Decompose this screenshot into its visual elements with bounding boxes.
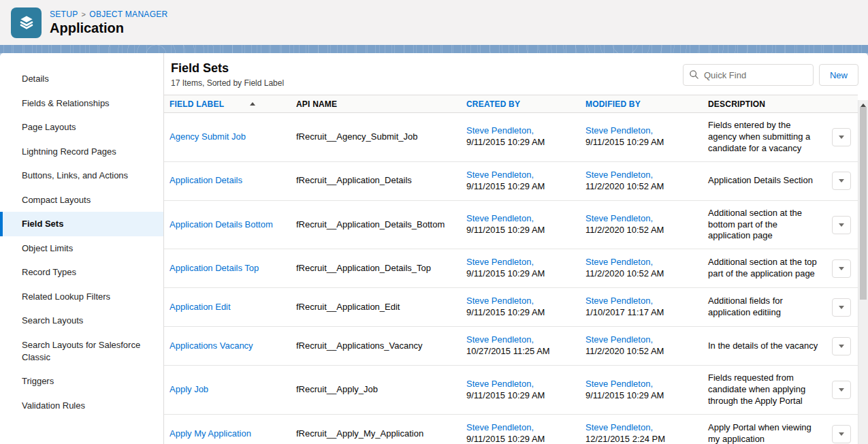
quick-find-input[interactable] xyxy=(683,64,814,86)
modified-by-link[interactable]: Steve Pendleton, xyxy=(585,334,701,346)
field-label-link[interactable]: Applications Vacancy xyxy=(170,340,253,351)
sidebar-item-search-layouts[interactable]: Search Layouts xyxy=(0,308,163,333)
modified-date: 11/2/2020 10:52 AM xyxy=(585,346,701,358)
row-actions-button[interactable] xyxy=(832,128,851,146)
row-actions-button[interactable] xyxy=(832,425,851,443)
field-label-link[interactable]: Application Details Top xyxy=(170,263,259,273)
modified-by-link[interactable]: Steve Pendleton, xyxy=(585,125,701,137)
sidebar-item-record-types[interactable]: Record Types xyxy=(0,260,163,285)
setup-background-band xyxy=(0,45,868,53)
row-actions-button[interactable] xyxy=(832,172,851,190)
created-by-link[interactable]: Steve Pendleton, xyxy=(466,379,579,390)
chevron-down-icon xyxy=(839,267,844,270)
modified-by-link[interactable]: Steve Pendleton, xyxy=(585,213,701,225)
modified-by-link[interactable]: Steve Pendleton, xyxy=(585,296,701,307)
created-by-link[interactable]: Steve Pendleton, xyxy=(466,213,579,225)
sidebar-item-validation-rules[interactable]: Validation Rules xyxy=(0,394,163,418)
modified-date: 12/21/2015 2:24 PM xyxy=(585,434,701,444)
created-by-cell: Steve Pendleton, 9/11/2015 10:29 AM xyxy=(464,289,583,326)
field-label-link[interactable]: Apply My Application xyxy=(170,428,251,439)
content: Details Fields & Relationships Page Layo… xyxy=(0,53,868,444)
sort-asc-icon xyxy=(250,102,255,106)
created-by-cell: Steve Pendleton, 9/11/2015 10:29 AM xyxy=(464,415,583,444)
table-body: Agency Submit Job fRecruit__Agency_Submi… xyxy=(164,113,858,444)
chevron-down-icon xyxy=(839,179,844,183)
created-by-link[interactable]: Steve Pendleton, xyxy=(466,334,579,346)
created-by-link[interactable]: Steve Pendleton, xyxy=(466,170,579,181)
created-by-cell: Steve Pendleton, 9/11/2015 10:29 AM xyxy=(464,163,583,200)
new-button[interactable]: New xyxy=(819,64,858,86)
api-name-cell: fRecruit__Application_Details_Bottom xyxy=(293,212,464,238)
created-by-link[interactable]: Steve Pendleton, xyxy=(466,422,579,434)
created-by-link[interactable]: Steve Pendleton, xyxy=(466,257,579,268)
row-actions-button[interactable] xyxy=(832,381,851,399)
breadcrumb-setup-link[interactable]: SETUP xyxy=(50,10,78,19)
sidebar-item-page-layouts[interactable]: Page Layouts xyxy=(0,115,163,140)
sidebar-item-fields-relationships[interactable]: Fields & Relationships xyxy=(0,91,163,116)
modified-by-link[interactable]: Steve Pendleton, xyxy=(585,422,701,434)
breadcrumb: SETUP > OBJECT MANAGER xyxy=(50,10,168,19)
breadcrumb-object-manager-link[interactable]: OBJECT MANAGER xyxy=(89,10,167,19)
modified-by-cell: Steve Pendleton, 11/2/2020 10:52 AM xyxy=(583,328,705,364)
description-cell: Apply Portal when viewing my application xyxy=(705,415,822,444)
modified-date: 11/2/2020 10:52 AM xyxy=(585,268,701,280)
api-name-cell: fRecruit__Application_Edit xyxy=(293,295,464,320)
chevron-down-icon xyxy=(839,388,844,392)
sidebar-item-lightning-record-pages[interactable]: Lightning Record Pages xyxy=(0,140,163,164)
chevron-down-icon xyxy=(839,223,844,227)
modified-date: 1/10/2017 11:17 AM xyxy=(585,307,701,319)
modified-by-link[interactable]: Steve Pendleton, xyxy=(585,379,701,390)
sidebar-item-field-sets[interactable]: Field Sets xyxy=(0,212,163,236)
created-by-link[interactable]: Steve Pendleton, xyxy=(466,296,579,307)
field-label-link[interactable]: Agency Submit Job xyxy=(170,131,246,142)
sidebar-item-triggers[interactable]: Triggers xyxy=(0,369,163,394)
sidebar-item-search-layouts-for-salesforce-classic[interactable]: Search Layouts for Salesforce Classic xyxy=(0,333,163,369)
row-actions-button[interactable] xyxy=(832,259,851,278)
created-date: 9/11/2015 10:29 AM xyxy=(466,307,579,319)
created-by-cell: Steve Pendleton, 9/11/2015 10:29 AM xyxy=(464,118,583,155)
sidebar-item-compact-layouts[interactable]: Compact Layouts xyxy=(0,188,163,212)
sidebar-item-related-lookup-filters[interactable]: Related Lookup Filters xyxy=(0,285,163,309)
created-by-cell: Steve Pendleton, 10/27/2015 11:25 AM xyxy=(464,328,583,364)
created-by-cell: Steve Pendleton, 9/11/2015 10:29 AM xyxy=(464,250,583,287)
object-sidebar: Details Fields & Relationships Page Layo… xyxy=(0,53,164,444)
description-cell: Application Details Section xyxy=(705,168,822,193)
api-name-cell: fRecruit__Apply_Job xyxy=(293,377,464,402)
created-date: 9/11/2015 10:29 AM xyxy=(466,137,579,148)
row-actions-button[interactable] xyxy=(832,298,851,317)
modified-by-link[interactable]: Steve Pendleton, xyxy=(585,257,701,268)
row-actions-button[interactable] xyxy=(832,337,851,355)
list-title: Field Sets xyxy=(171,61,284,76)
modified-by-cell: Steve Pendleton, 1/10/2017 11:17 AM xyxy=(583,289,705,326)
vertical-scrollbar[interactable] xyxy=(858,100,868,444)
chevron-down-icon xyxy=(839,432,844,436)
modified-date: 11/2/2020 10:52 AM xyxy=(585,181,701,193)
column-header-field-label[interactable]: FIELD LABEL xyxy=(164,99,293,109)
sidebar-list: Details Fields & Relationships Page Layo… xyxy=(0,67,163,417)
field-label-link[interactable]: Application Details Bottom xyxy=(170,219,273,229)
object-manager-icon xyxy=(11,7,42,38)
table-row: Application Details fRecruit__Applicatio… xyxy=(164,162,858,201)
sidebar-item-object-limits[interactable]: Object Limits xyxy=(0,236,163,261)
field-label-link[interactable]: Application Edit xyxy=(170,302,231,312)
modified-date: 9/11/2015 10:29 AM xyxy=(585,137,701,148)
created-date: 9/11/2015 10:29 AM xyxy=(466,434,579,444)
modified-by-link[interactable]: Steve Pendleton, xyxy=(585,170,701,181)
sidebar-item-buttons-links-and-actions[interactable]: Buttons, Links, and Actions xyxy=(0,163,163,188)
created-date: 9/11/2015 10:29 AM xyxy=(466,390,579,402)
chevron-down-icon xyxy=(839,136,844,139)
created-by-cell: Steve Pendleton, 9/11/2015 10:29 AM xyxy=(464,372,583,409)
created-by-cell: Steve Pendleton, 9/11/2015 10:29 AM xyxy=(464,206,583,243)
search-icon xyxy=(689,69,699,82)
chevron-down-icon xyxy=(839,306,844,309)
column-header-modified-by[interactable]: MODIFIED BY xyxy=(583,99,705,109)
created-date: 9/11/2015 10:29 AM xyxy=(466,225,579,236)
row-actions-button[interactable] xyxy=(832,216,851,234)
created-by-link[interactable]: Steve Pendleton, xyxy=(466,125,579,137)
column-header-created-by[interactable]: CREATED BY xyxy=(464,99,583,109)
field-label-link[interactable]: Apply Job xyxy=(170,384,208,394)
sidebar-item-details[interactable]: Details xyxy=(0,67,163,91)
field-label-link[interactable]: Application Details xyxy=(170,175,242,185)
scrollbar-thumb[interactable] xyxy=(860,107,867,300)
modified-by-cell: Steve Pendleton, 11/2/2020 10:52 AM xyxy=(583,250,705,287)
